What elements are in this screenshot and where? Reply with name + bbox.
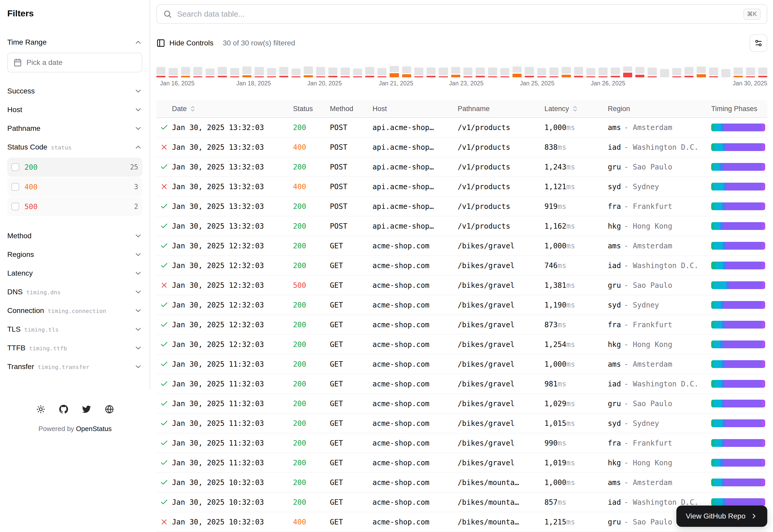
timeline-bar[interactable] bbox=[292, 65, 301, 77]
table-row[interactable]: Jan 30, 2025 13:32:03200POSTapi.acme-sho… bbox=[156, 157, 767, 177]
checkbox-icon[interactable] bbox=[11, 203, 19, 210]
timeline-bar[interactable] bbox=[599, 65, 608, 77]
timeline-bar[interactable] bbox=[586, 65, 595, 77]
timeline-bar[interactable] bbox=[672, 65, 681, 77]
hide-controls-button[interactable]: Hide Controls bbox=[156, 39, 214, 47]
filter-section-toggle-connection[interactable]: Connectiontiming.connection bbox=[7, 301, 142, 320]
timeline-bar[interactable] bbox=[574, 65, 583, 77]
table-row[interactable]: Jan 30, 2025 13:32:03400POSTapi.acme-sho… bbox=[156, 138, 767, 157]
timeline-bar[interactable] bbox=[439, 65, 448, 77]
timeline-bar[interactable] bbox=[242, 65, 252, 77]
status-option-500[interactable]: 5002 bbox=[7, 197, 142, 216]
timeline-bar[interactable] bbox=[377, 65, 386, 77]
timeline-bar[interactable] bbox=[623, 65, 632, 77]
timeline-bar[interactable] bbox=[193, 65, 202, 77]
checkbox-icon[interactable] bbox=[11, 163, 19, 171]
table-row[interactable]: Jan 30, 2025 10:32:03200GETacme-shop.com… bbox=[156, 493, 767, 512]
timeline-bar[interactable] bbox=[697, 65, 706, 77]
timeline-bar[interactable] bbox=[353, 65, 362, 77]
timeline-bar[interactable] bbox=[549, 65, 558, 77]
timeline-bar[interactable] bbox=[746, 65, 755, 77]
timeline-bar[interactable] bbox=[156, 65, 165, 77]
timeline-bar[interactable] bbox=[206, 65, 215, 77]
timeline-bar[interactable] bbox=[611, 65, 620, 77]
website-link-button[interactable] bbox=[101, 401, 118, 418]
twitter-link-button[interactable] bbox=[78, 401, 95, 418]
timeline-bar[interactable] bbox=[500, 65, 509, 77]
timeline-bar[interactable] bbox=[230, 65, 239, 77]
filter-section-toggle-dns[interactable]: DNStiming.dns bbox=[7, 283, 142, 301]
timeline-bar[interactable] bbox=[365, 65, 374, 77]
search-input[interactable] bbox=[177, 10, 738, 18]
table-row[interactable]: Jan 30, 2025 12:32:03200GETacme-shop.com… bbox=[156, 236, 767, 256]
timeline-bar[interactable] bbox=[414, 65, 423, 77]
filter-section-toggle-method[interactable]: Method bbox=[7, 227, 142, 245]
checkbox-icon[interactable] bbox=[11, 183, 19, 191]
timeline-bar[interactable] bbox=[537, 65, 546, 77]
timeline-bar[interactable] bbox=[635, 65, 645, 77]
timeline-bar[interactable] bbox=[390, 65, 399, 77]
table-row[interactable]: Jan 30, 2025 11:32:03200GETacme-shop.com… bbox=[156, 394, 767, 414]
timeline-bar[interactable] bbox=[451, 65, 460, 77]
filter-section-toggle-status-code[interactable]: Status Codestatus bbox=[7, 138, 142, 156]
table-row[interactable]: Jan 30, 2025 12:32:03500GETacme-shop.com… bbox=[156, 276, 767, 295]
timeline-bar[interactable] bbox=[512, 65, 521, 77]
view-options-button[interactable] bbox=[750, 34, 767, 52]
timeline-bar[interactable] bbox=[267, 65, 276, 77]
table-row[interactable]: Jan 30, 2025 11:32:03200GETacme-shop.com… bbox=[156, 433, 767, 453]
filter-section-toggle-pathname[interactable]: Pathname bbox=[7, 119, 142, 138]
table-row[interactable]: Jan 30, 2025 13:32:03200POSTapi.acme-sho… bbox=[156, 118, 767, 138]
openstatus-link[interactable]: OpenStatus bbox=[76, 425, 112, 433]
table-row[interactable]: Jan 30, 2025 11:32:03200GETacme-shop.com… bbox=[156, 453, 767, 473]
date-picker-trigger[interactable]: Pick a date bbox=[7, 53, 142, 72]
timeline-bar[interactable] bbox=[279, 65, 288, 77]
timeline-bar[interactable] bbox=[341, 65, 350, 77]
timeline-bar[interactable] bbox=[168, 65, 178, 77]
timeline-bar[interactable] bbox=[525, 65, 534, 77]
view-github-repo-button[interactable]: View GitHub Repo bbox=[676, 506, 767, 527]
table-row[interactable]: Jan 30, 2025 11:32:03200GETacme-shop.com… bbox=[156, 354, 767, 374]
status-option-200[interactable]: 20025 bbox=[7, 158, 142, 177]
table-row[interactable]: Jan 30, 2025 12:32:03200GETacme-shop.com… bbox=[156, 295, 767, 315]
timeline-bar[interactable] bbox=[218, 65, 227, 77]
timeline-bar[interactable] bbox=[463, 65, 472, 77]
timeline-bar[interactable] bbox=[660, 65, 669, 77]
timeline-bar[interactable] bbox=[758, 65, 767, 77]
status-option-400[interactable]: 4003 bbox=[7, 177, 142, 196]
table-row[interactable]: Jan 30, 2025 11:32:03200GETacme-shop.com… bbox=[156, 374, 767, 394]
timeline-bar[interactable] bbox=[488, 65, 497, 77]
timeline-bar[interactable] bbox=[328, 65, 337, 77]
filter-section-toggle-success[interactable]: Success bbox=[7, 82, 142, 100]
github-link-button[interactable] bbox=[55, 401, 72, 418]
timeline-bar[interactable] bbox=[734, 65, 743, 77]
timeline-bar[interactable] bbox=[561, 65, 571, 77]
timeline-bar[interactable] bbox=[476, 65, 485, 77]
filter-section-toggle-time-range[interactable]: Time Range bbox=[7, 33, 142, 52]
timeline-bar[interactable] bbox=[402, 65, 411, 77]
table-row[interactable]: Jan 30, 2025 12:32:03200GETacme-shop.com… bbox=[156, 335, 767, 354]
timeline-bar[interactable] bbox=[721, 65, 730, 77]
table-row[interactable]: Jan 30, 2025 13:32:03200POSTapi.acme-sho… bbox=[156, 216, 767, 236]
column-header-latency[interactable]: Latency bbox=[544, 105, 608, 113]
table-row[interactable]: Jan 30, 2025 13:32:03200POSTapi.acme-sho… bbox=[156, 197, 767, 216]
table-row[interactable]: Jan 30, 2025 13:32:03400POSTapi.acme-sho… bbox=[156, 177, 767, 197]
timeline-bar[interactable] bbox=[709, 65, 718, 77]
filter-section-toggle-tls[interactable]: TLStiming.tls bbox=[7, 320, 142, 339]
filter-section-toggle-host[interactable]: Host bbox=[7, 100, 142, 119]
timeline-bar[interactable] bbox=[181, 65, 190, 77]
table-row[interactable]: Jan 30, 2025 10:32:03400GETacme-shop.com… bbox=[156, 512, 767, 532]
filter-section-toggle-regions[interactable]: Regions bbox=[7, 245, 142, 264]
timeline-bar[interactable] bbox=[648, 65, 657, 77]
timeline-bar[interactable] bbox=[426, 65, 436, 77]
timeline-bar[interactable] bbox=[255, 65, 264, 77]
filter-section-toggle-ttfb[interactable]: TTFBtiming.ttfb bbox=[7, 339, 142, 357]
theme-toggle-button[interactable] bbox=[32, 401, 49, 418]
filter-section-toggle-transfer[interactable]: Transfertiming.transfer bbox=[7, 357, 142, 376]
timeline-bar[interactable] bbox=[685, 65, 694, 77]
table-row[interactable]: Jan 30, 2025 12:32:03200GETacme-shop.com… bbox=[156, 315, 767, 335]
table-row[interactable]: Jan 30, 2025 12:32:03200GETacme-shop.com… bbox=[156, 256, 767, 276]
table-row[interactable]: Jan 30, 2025 10:32:03200GETacme-shop.com… bbox=[156, 473, 767, 493]
table-row[interactable]: Jan 30, 2025 11:32:03200GETacme-shop.com… bbox=[156, 414, 767, 433]
column-header-date[interactable]: Date bbox=[172, 105, 293, 113]
timeline-bar[interactable] bbox=[316, 65, 325, 77]
